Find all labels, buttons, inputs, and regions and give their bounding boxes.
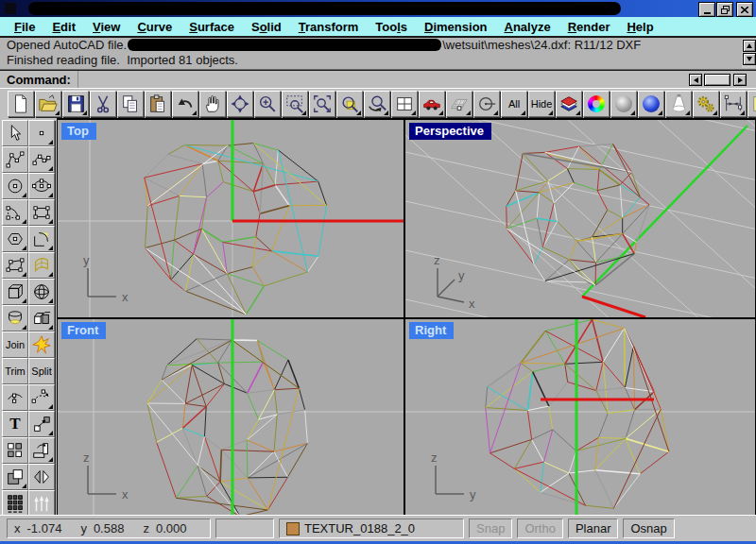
- select-button[interactable]: [2, 120, 28, 146]
- menu-item-solid[interactable]: Solid: [243, 19, 290, 35]
- zoom-dynamic-button[interactable]: [254, 91, 281, 117]
- render-scene-button[interactable]: [638, 91, 664, 117]
- sphere-button[interactable]: [28, 279, 55, 305]
- undo-button[interactable]: [172, 91, 198, 117]
- zoom-extents-button[interactable]: [336, 91, 363, 117]
- copy-object-button[interactable]: [2, 437, 28, 464]
- rotate-view-button[interactable]: [227, 91, 253, 117]
- text-icon: T: [9, 415, 20, 434]
- surface-patch-button[interactable]: [28, 252, 55, 279]
- object-color-button[interactable]: [583, 91, 610, 117]
- pan-view-button[interactable]: [199, 91, 226, 117]
- rectangle-button[interactable]: [28, 199, 55, 226]
- show-all-button[interactable]: All: [501, 91, 527, 117]
- command-scrollbar[interactable]: [688, 73, 747, 86]
- rotate-object-button[interactable]: [28, 437, 55, 464]
- front-viewport-label[interactable]: Front: [61, 322, 106, 339]
- spotlight-button[interactable]: [665, 91, 692, 117]
- toggle-snap[interactable]: Snap: [469, 518, 512, 538]
- menu-item-surface[interactable]: Surface: [180, 19, 243, 35]
- menu-item-transform[interactable]: Transform: [290, 19, 368, 35]
- scrollbar-thumb[interactable]: [704, 74, 730, 86]
- move-button[interactable]: [28, 411, 55, 437]
- curve-control-points-button[interactable]: [2, 146, 28, 173]
- scroll-right-icon[interactable]: [733, 74, 747, 86]
- top-viewport[interactable]: Topyx: [58, 120, 404, 317]
- named-view-button[interactable]: [419, 91, 445, 117]
- command-input[interactable]: [78, 71, 688, 88]
- zoom-selected-button[interactable]: [309, 91, 335, 117]
- right-viewport[interactable]: Rightzy: [405, 319, 755, 515]
- menu-item-view[interactable]: View: [84, 19, 129, 35]
- history-scrollbar[interactable]: [742, 39, 755, 68]
- save-file-button[interactable]: [62, 91, 89, 117]
- surface-blocks-button[interactable]: [28, 305, 55, 332]
- menu-item-edit[interactable]: Edit: [43, 19, 84, 35]
- zoom-window-button[interactable]: [282, 91, 308, 117]
- extend-curve-button[interactable]: [28, 384, 55, 411]
- toggle-osnap[interactable]: Osnap: [623, 518, 674, 538]
- layers-button[interactable]: [556, 91, 582, 117]
- toggle-ortho[interactable]: Ortho: [517, 518, 563, 538]
- cylinder-icon: [5, 308, 26, 329]
- paste-button[interactable]: [145, 91, 171, 117]
- set-cplane-button[interactable]: [446, 91, 472, 117]
- hide-objects-button[interactable]: Hide: [528, 91, 555, 117]
- open-file-button[interactable]: [35, 91, 61, 117]
- current-layer-panel[interactable]: TEXTUR_0188_2_0: [279, 518, 464, 538]
- arc-button[interactable]: [2, 199, 28, 226]
- text-object-button[interactable]: T: [2, 411, 28, 437]
- toggle-planar[interactable]: Planar: [568, 518, 619, 538]
- fillet-curve-button[interactable]: [28, 226, 55, 252]
- explode-button[interactable]: [28, 332, 55, 358]
- scale-squares-icon: [5, 467, 26, 487]
- copy-button[interactable]: [117, 91, 144, 117]
- viewport-layout-button[interactable]: [391, 91, 418, 117]
- circle-button[interactable]: [2, 173, 28, 199]
- options-button[interactable]: [693, 91, 719, 117]
- join-button[interactable]: Join: [2, 332, 28, 358]
- menu-item-render[interactable]: Render: [559, 19, 619, 35]
- right-viewport-label[interactable]: Right: [409, 322, 454, 339]
- menu-item-file[interactable]: File: [6, 19, 43, 35]
- menu-item-analyze[interactable]: Analyze: [496, 19, 559, 35]
- tool-sidebar: JoinTrimSplitT: [0, 118, 60, 518]
- box-button[interactable]: [2, 279, 28, 305]
- curve-interpolate-button[interactable]: [28, 146, 55, 173]
- surface-normals-button[interactable]: [28, 490, 55, 517]
- undo-view-change-button[interactable]: [364, 91, 390, 117]
- circle-center-icon: [5, 176, 26, 196]
- scroll-down-icon[interactable]: [743, 53, 756, 65]
- restore-icon: [721, 6, 730, 14]
- point-button[interactable]: [28, 120, 55, 146]
- loft-surface-button[interactable]: [2, 305, 28, 332]
- restore-button[interactable]: [716, 2, 733, 17]
- polygon-button[interactable]: [2, 226, 28, 252]
- dimension-tool-button[interactable]: [720, 91, 747, 117]
- menu-item-curve[interactable]: Curve: [129, 19, 180, 35]
- scale-object-button[interactable]: [2, 464, 28, 490]
- set-view-button[interactable]: [473, 91, 500, 117]
- perspective-viewport[interactable]: Perspectivezyx: [405, 120, 755, 317]
- array-object-button[interactable]: [2, 490, 28, 517]
- scroll-left-icon[interactable]: [689, 74, 702, 86]
- minimize-button[interactable]: [698, 2, 715, 17]
- perspective-viewport-label[interactable]: Perspective: [409, 123, 491, 140]
- split-button[interactable]: Split: [28, 358, 55, 384]
- ellipse-button[interactable]: [28, 173, 55, 199]
- front-viewport[interactable]: Frontzx: [58, 319, 404, 515]
- trim-button[interactable]: Trim: [2, 358, 28, 384]
- new-file-button[interactable]: [8, 91, 34, 117]
- menu-item-help[interactable]: Help: [618, 19, 662, 35]
- scroll-up-icon[interactable]: [743, 40, 756, 52]
- top-viewport-label[interactable]: Top: [61, 123, 96, 140]
- help-button[interactable]: ?: [747, 91, 756, 117]
- surface-from-points-button[interactable]: [2, 252, 28, 279]
- shade-viewport-button[interactable]: [610, 91, 637, 117]
- mirror-object-button[interactable]: [28, 464, 55, 490]
- cut-button[interactable]: [90, 91, 116, 117]
- close-button[interactable]: [736, 2, 753, 17]
- edit-points-button[interactable]: [2, 384, 28, 411]
- menu-item-dimension[interactable]: Dimension: [416, 19, 495, 35]
- menu-item-tools[interactable]: Tools: [367, 19, 416, 35]
